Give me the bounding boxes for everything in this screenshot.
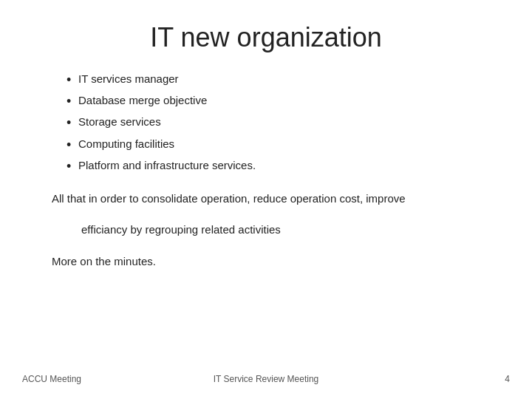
list-item: • Storage services <box>66 114 488 132</box>
bullet-dot: • <box>66 136 78 154</box>
list-item: • Computing facilities <box>66 136 488 154</box>
bullet-text: Computing facilities <box>78 136 488 153</box>
bullet-text: Storage services <box>78 114 488 131</box>
paragraph-line2: efficiancy by regrouping related activit… <box>52 222 488 239</box>
paragraph-block: All that in order to consolidate operati… <box>52 191 488 239</box>
footer-center: IT Service Review Meeting <box>214 374 319 384</box>
bullet-dot: • <box>66 71 78 89</box>
list-item: • IT services manager <box>66 71 488 89</box>
content-area: • IT services manager • Database merge o… <box>44 71 488 270</box>
bullet-text: Platform and infrastructure services. <box>78 157 488 174</box>
bullet-dot: • <box>66 157 78 176</box>
footer-left: ACCU Meeting <box>22 374 81 384</box>
paragraph-line1: All that in order to consolidate operati… <box>52 191 488 208</box>
list-item: • Platform and infrastructure services. <box>66 157 488 176</box>
slide: IT new organization • IT services manage… <box>0 0 532 399</box>
footer-page-number: 4 <box>505 374 510 384</box>
list-item: • Database merge objective <box>66 92 488 111</box>
bullet-dot: • <box>66 92 78 111</box>
bullet-dot: • <box>66 114 78 132</box>
slide-title: IT new organization <box>44 22 488 53</box>
bullet-text: Database merge objective <box>78 92 488 109</box>
bullet-text: IT services manager <box>78 71 488 88</box>
more-text: More on the minutes. <box>52 253 488 270</box>
bullet-list: • IT services manager • Database merge o… <box>66 71 488 176</box>
footer: ACCU Meeting IT Service Review Meeting 4 <box>0 374 532 384</box>
